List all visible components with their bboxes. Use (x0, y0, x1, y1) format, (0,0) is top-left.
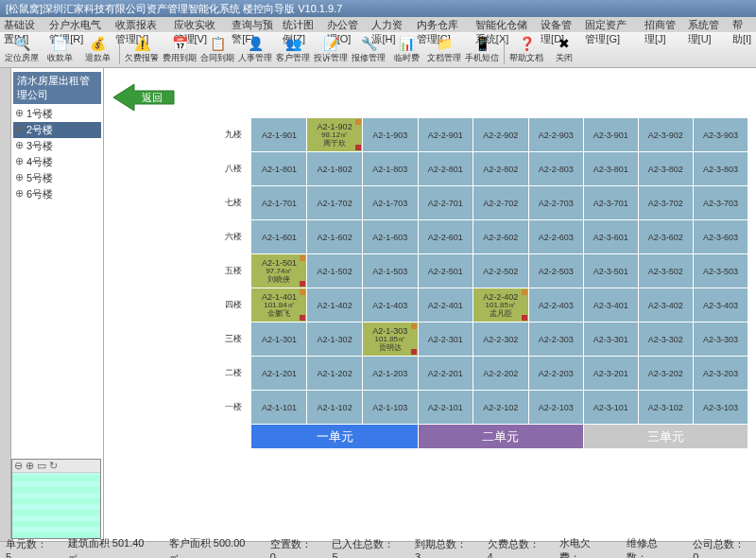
room-cell[interactable]: A2-3-401 (583, 288, 638, 323)
toolbar-费用到期[interactable]: 📅费用到期 (162, 34, 198, 66)
room-cell[interactable]: A2-1-101 (251, 391, 307, 425)
tree-item-building[interactable]: 2号楼 (13, 122, 101, 138)
room-cell[interactable]: A2-3-201 (583, 357, 638, 391)
toolbar-合同到期[interactable]: 📋合同到期 (199, 34, 235, 66)
room-cell[interactable]: A2-3-701 (583, 186, 638, 220)
menu-item[interactable]: 智能化仓储系统[X] (475, 18, 533, 31)
room-cell[interactable]: A2-2-403 (528, 288, 583, 323)
room-cell[interactable]: A2-2-303 (528, 323, 583, 357)
room-cell[interactable]: A2-1-201 (251, 357, 307, 391)
room-cell[interactable]: A2-2-603 (528, 220, 583, 254)
room-cell[interactable]: A2-1-803 (362, 152, 418, 186)
toolbar-人事管理[interactable]: 👤人事管理 (237, 34, 273, 66)
menu-item[interactable]: 应收实收管理[V] (174, 18, 225, 31)
room-cell[interactable]: A2-2-801 (418, 152, 472, 186)
toolbar-定位房屋[interactable]: 🔍定位房屋 (4, 34, 40, 66)
toolbar-帮助文档[interactable]: ❓帮助文档 (508, 34, 544, 66)
room-cell[interactable]: A2-3-703 (693, 186, 747, 220)
menu-item[interactable]: 固定资产管理[G] (585, 18, 637, 31)
room-cell[interactable]: A2-2-102 (472, 391, 528, 425)
toolbar-欠费报警[interactable]: ⚠️欠费报警 (124, 34, 160, 66)
room-cell[interactable]: A2-3-903 (693, 118, 747, 152)
room-cell[interactable]: A2-1-901 (251, 118, 307, 152)
room-cell[interactable]: A2-1-503 (362, 254, 418, 288)
room-cell[interactable]: A2-2-901 (418, 118, 472, 152)
zoom-in-icon[interactable]: ⊕ (26, 460, 34, 472)
room-cell[interactable]: A2-3-601 (583, 220, 638, 254)
room-cell[interactable]: A2-1-602 (307, 220, 363, 254)
room-cell[interactable]: A2-2-301 (418, 323, 472, 357)
room-cell[interactable]: A2-3-202 (638, 357, 693, 391)
menu-item[interactable]: 设备管理[D] (541, 18, 577, 31)
room-cell[interactable]: A2-1-50197.74㎡刘晓侠 (251, 254, 307, 288)
room-cell[interactable]: A2-2-803 (528, 152, 583, 186)
room-cell[interactable]: A2-3-303 (693, 323, 747, 357)
room-cell[interactable]: A2-3-403 (693, 288, 747, 323)
room-cell[interactable]: A2-3-503 (693, 254, 747, 288)
room-cell[interactable]: A2-1-301 (251, 323, 307, 357)
room-cell[interactable]: A2-3-402 (638, 288, 693, 323)
toolbar-退款单[interactable]: 💰退款单 (79, 34, 115, 66)
room-cell[interactable]: A2-3-101 (583, 391, 638, 425)
tree-item-building[interactable]: 1号楼 (13, 106, 101, 122)
back-button[interactable]: 返回 (112, 81, 178, 115)
tree-item-building[interactable]: 6号楼 (13, 186, 101, 202)
room-cell[interactable]: A2-2-401 (418, 288, 472, 323)
menu-item[interactable]: 内务仓库管理[C] (417, 18, 468, 31)
room-cell[interactable]: A2-2-701 (418, 186, 472, 220)
refresh-icon[interactable]: ↻ (49, 460, 58, 472)
room-cell[interactable]: A2-1-302 (307, 323, 363, 357)
room-cell[interactable]: A2-2-602 (472, 220, 528, 254)
menu-item[interactable]: 人力资源[H] (371, 18, 408, 31)
room-cell[interactable]: A2-1-202 (307, 357, 363, 391)
room-cell[interactable]: A2-3-103 (693, 391, 747, 425)
room-cell[interactable]: A2-1-702 (307, 186, 363, 220)
room-cell[interactable]: A2-3-102 (638, 391, 693, 425)
room-cell[interactable]: A2-1-103 (362, 391, 418, 425)
menu-item[interactable]: 帮助[I] (732, 18, 752, 31)
room-cell[interactable]: A2-2-202 (472, 357, 528, 391)
menu-item[interactable]: 招商管理[J] (644, 18, 680, 31)
menu-item[interactable]: 收票报表管理[Y] (115, 18, 166, 31)
room-cell[interactable]: A2-2-802 (472, 152, 528, 186)
room-cell[interactable]: A2-1-701 (251, 186, 307, 220)
room-cell[interactable]: A2-3-302 (638, 323, 693, 357)
room-cell[interactable]: A2-1-303101.85㎡贾明达 (362, 323, 418, 357)
room-cell[interactable]: A2-1-802 (307, 152, 363, 186)
menu-item[interactable]: 系统管理[U] (688, 18, 725, 31)
room-cell[interactable]: A2-2-503 (528, 254, 583, 288)
room-cell[interactable]: A2-1-502 (307, 254, 363, 288)
tree-item-building[interactable]: 5号楼 (13, 170, 101, 186)
room-cell[interactable]: A2-2-302 (472, 323, 528, 357)
room-cell[interactable]: A2-2-402101.85㎡孟凡臣 (472, 288, 528, 323)
room-cell[interactable]: A2-1-903 (362, 118, 418, 152)
tree-root[interactable]: 清水房屋出租管理公司 (13, 72, 101, 104)
unit-header[interactable]: 三单元 (583, 425, 747, 449)
room-cell[interactable]: A2-3-502 (638, 254, 693, 288)
room-cell[interactable]: A2-3-901 (583, 118, 638, 152)
room-cell[interactable]: A2-2-101 (418, 391, 472, 425)
room-cell[interactable]: A2-2-103 (528, 391, 583, 425)
room-cell[interactable]: A2-3-801 (583, 152, 638, 186)
room-cell[interactable]: A2-1-601 (251, 220, 307, 254)
room-cell[interactable]: A2-3-803 (693, 152, 747, 186)
menu-item[interactable]: 分户水电气管理[R] (49, 18, 108, 31)
zoom-out-icon[interactable]: ⊖ (14, 460, 23, 472)
room-cell[interactable]: A2-3-501 (583, 254, 638, 288)
room-cell[interactable]: A2-2-501 (418, 254, 472, 288)
room-cell[interactable]: A2-2-903 (528, 118, 583, 152)
room-cell[interactable]: A2-1-203 (362, 357, 418, 391)
toolbar-关闭[interactable]: ✖关闭 (546, 34, 582, 66)
tree-item-building[interactable]: 4号楼 (13, 154, 101, 170)
room-cell[interactable]: A2-2-902 (472, 118, 528, 152)
room-cell[interactable]: A2-3-603 (693, 220, 747, 254)
room-cell[interactable]: A2-2-502 (472, 254, 528, 288)
toolbar-临时费[interactable]: 📊临时费 (388, 34, 424, 66)
room-cell[interactable]: A2-1-402 (307, 288, 363, 323)
room-cell[interactable]: A2-1-90298.12㎡周于欣 (307, 118, 363, 152)
room-cell[interactable]: A2-2-702 (472, 186, 528, 220)
room-cell[interactable]: A2-3-702 (638, 186, 693, 220)
menu-item[interactable]: 统计图例[Z] (283, 18, 318, 31)
minimap-canvas[interactable] (12, 473, 100, 538)
room-cell[interactable]: A2-3-301 (583, 323, 638, 357)
